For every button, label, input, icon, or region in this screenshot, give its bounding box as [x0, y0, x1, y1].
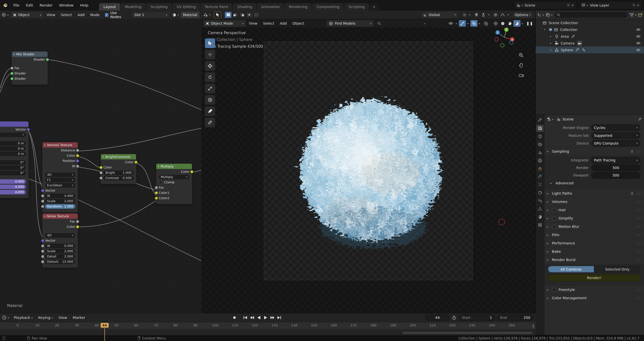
- disclosure-triangle-icon[interactable]: ▸: [550, 35, 555, 38]
- timeline-ruler[interactable]: 0102030405060708090100110120130140150160…: [0, 322, 536, 330]
- properties-tab-output[interactable]: [536, 133, 544, 140]
- node-header-bright-contrast[interactable]: ▾Bright/Contrast: [101, 154, 136, 159]
- keying-menu[interactable]: Keying▾: [35, 316, 56, 320]
- menu-help[interactable]: Help: [77, 3, 92, 7]
- properties-tab-tool[interactable]: [536, 117, 544, 124]
- shading-solid-button[interactable]: [499, 20, 506, 27]
- snap-target-dropdown[interactable]: [480, 12, 487, 18]
- drag-grip-icon[interactable]: ∷∷: [637, 233, 641, 237]
- add-workspace-tab[interactable]: +: [370, 3, 379, 11]
- section-freestyle[interactable]: ▸Freestyle∷∷: [544, 285, 644, 294]
- workspace-tab-scripting[interactable]: Scripting: [344, 3, 369, 11]
- node-noise-texture[interactable]: ▾Noise TextureFacColor4D▾VectorW0.000Sca…: [42, 213, 78, 268]
- gizmos-toggle[interactable]: [459, 20, 466, 27]
- segment-all-cameras[interactable]: All Cameras: [548, 266, 594, 273]
- socket-value[interactable]: [41, 249, 44, 253]
- model-search-input[interactable]: ▾: [375, 20, 428, 27]
- pin-icon[interactable]: [638, 117, 641, 121]
- modifier-wrench-icon[interactable]: [576, 48, 579, 52]
- collapse-triangle-icon[interactable]: ▾: [103, 156, 104, 158]
- light-data-icon[interactable]: [571, 34, 575, 38]
- workspace-tab-modeling[interactable]: Modeling: [121, 3, 146, 11]
- frame-start-field[interactable]: Start1: [459, 314, 495, 321]
- socket-value[interactable]: [41, 194, 44, 197]
- workspace-tab-rendering[interactable]: Rendering: [285, 3, 312, 11]
- drag-grip-icon[interactable]: ∷∷: [637, 288, 641, 292]
- socket-shader[interactable]: [46, 58, 49, 61]
- outliner-item-collection[interactable]: ▾Collection: [536, 26, 644, 33]
- node-voronoi-texture[interactable]: ▾Voronoi TextureDistanceColorPositionW4D…: [42, 142, 78, 212]
- filter-icon[interactable]: [630, 13, 634, 17]
- tool-select-box-button[interactable]: [205, 38, 215, 48]
- socket-value[interactable]: [99, 176, 103, 180]
- socket-value[interactable]: [41, 255, 44, 258]
- socket-value[interactable]: [76, 164, 79, 168]
- section-checkbox[interactable]: [552, 208, 556, 212]
- shading-material-button[interactable]: [506, 20, 513, 27]
- properties-tab-modifiers[interactable]: [536, 173, 544, 180]
- drag-grip-icon[interactable]: ∷∷: [637, 250, 641, 253]
- node-dropdown[interactable]: ▾: [0, 133, 26, 137]
- outliner-item-scene-collection[interactable]: Scene Collection: [536, 19, 644, 26]
- section-volumes[interactable]: ▸Volumes∷∷: [544, 197, 644, 206]
- node-dropdown[interactable]: Multiply▾: [159, 175, 189, 179]
- tl-marker-menu[interactable]: Marker: [70, 316, 88, 320]
- section-checkbox[interactable]: [552, 216, 556, 221]
- play-reverse-button[interactable]: [255, 315, 262, 321]
- socket-value[interactable]: [41, 260, 44, 263]
- socket-value[interactable]: [41, 244, 44, 247]
- drag-grip-icon[interactable]: ∷∷: [637, 225, 641, 229]
- shader-menu-add[interactable]: Add: [75, 13, 87, 17]
- node-value-field[interactable]: 4.000: [0, 190, 26, 194]
- tool-move-button[interactable]: [205, 61, 215, 71]
- use-nodes-toggle[interactable]: ✓ Use Nodes: [105, 11, 128, 19]
- workspace-tab-uv-editing[interactable]: UV Editing: [172, 3, 200, 11]
- section-film[interactable]: ▸Film∷∷: [544, 231, 644, 239]
- find-models-dropdown[interactable]: Find Models ▾: [327, 20, 374, 27]
- editor-type-icon[interactable]: [203, 13, 208, 17]
- node-canvas[interactable]: ▾MappingVector▾0 m0 m0 m0°0°0°4.0004.000…: [0, 19, 201, 313]
- collapse-triangle-icon[interactable]: ▾: [44, 144, 46, 146]
- node-dropdown[interactable]: 4D▾: [45, 233, 75, 238]
- socket-color[interactable]: [76, 225, 79, 228]
- blender-logo-icon[interactable]: [3, 3, 8, 8]
- menu-file[interactable]: File: [10, 3, 23, 7]
- drag-grip-icon[interactable]: ∷∷: [637, 208, 641, 212]
- disclosure-triangle-icon[interactable]: ▸: [550, 42, 555, 45]
- node-value-field[interactable]: Scale2.000: [45, 249, 75, 253]
- record-button[interactable]: [231, 315, 238, 321]
- vp-menu-view[interactable]: View: [246, 21, 260, 25]
- node-value-field[interactable]: 0°: [0, 160, 26, 165]
- drag-grip-icon[interactable]: ∷∷: [637, 258, 641, 262]
- collection-checkbox-icon[interactable]: [549, 28, 552, 31]
- visibility-dropdown[interactable]: [447, 20, 454, 27]
- section-render-burst[interactable]: ▾Render Burst∷∷: [544, 255, 644, 264]
- section-bake[interactable]: ▸Bake∷∷: [544, 247, 644, 255]
- node-value-field[interactable]: Distorti15.000: [45, 260, 75, 264]
- socket-value[interactable]: [41, 205, 44, 208]
- node-value-field[interactable]: Detail2.000: [45, 254, 75, 259]
- properties-tab-scene[interactable]: [536, 149, 544, 156]
- device-dropdown[interactable]: GPU Compute▾: [591, 140, 640, 147]
- node-header-voronoi-texture[interactable]: ▾Voronoi Texture: [43, 142, 78, 148]
- camera-view-icon[interactable]: [518, 72, 524, 78]
- properties-tab-render[interactable]: [536, 125, 544, 132]
- mesh-data-icon[interactable]: [582, 48, 586, 52]
- render-samples-field[interactable]: 500: [591, 164, 640, 171]
- camera-data-icon[interactable]: [577, 41, 582, 46]
- shader-menu-select[interactable]: Select: [58, 13, 75, 17]
- tool-measure-button[interactable]: [205, 117, 215, 127]
- section-hair[interactable]: ▸Hair∷∷: [544, 206, 644, 214]
- properties-tab-particles[interactable]: [536, 181, 544, 188]
- properties-tab-constraints[interactable]: [536, 197, 544, 204]
- socket-vector[interactable]: [41, 189, 44, 192]
- tool-cursor-button[interactable]: [205, 50, 215, 60]
- editor-type-icon[interactable]: [2, 315, 7, 320]
- options-dropdown[interactable]: Options ▾: [512, 11, 533, 18]
- socket-value[interactable]: [76, 149, 79, 152]
- socket-vector[interactable]: [27, 128, 30, 131]
- drag-grip-icon[interactable]: ∷∷: [637, 217, 641, 220]
- outliner-item-area[interactable]: ▸Area: [536, 33, 644, 40]
- workspace-tab-shading[interactable]: Shading: [233, 3, 256, 11]
- render-burst-button[interactable]: Render!: [548, 274, 640, 281]
